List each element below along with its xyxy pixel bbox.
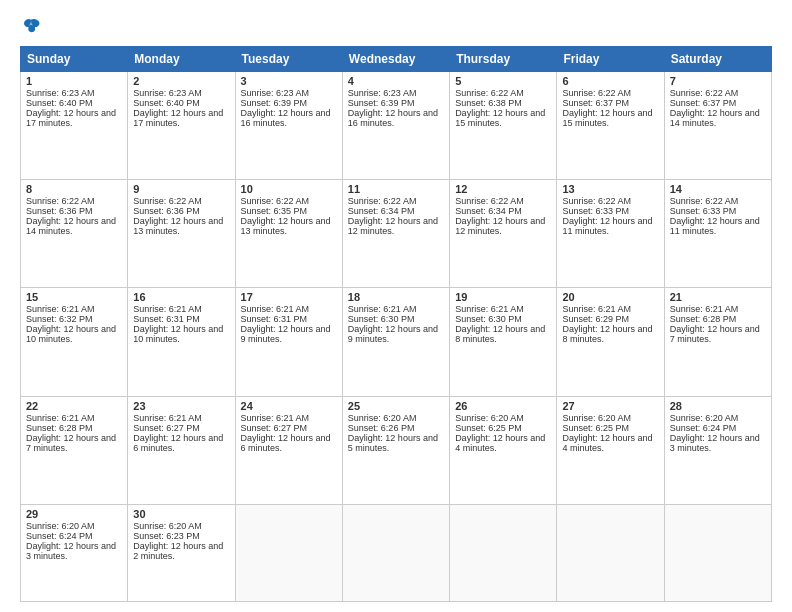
sunrise-time: Sunrise: 6:23 AM: [26, 88, 95, 98]
calendar-cell: 13Sunrise: 6:22 AMSunset: 6:33 PMDayligh…: [557, 180, 664, 288]
calendar-cell: [235, 504, 342, 601]
day-number: 14: [670, 183, 766, 195]
calendar-cell: 9Sunrise: 6:22 AMSunset: 6:36 PMDaylight…: [128, 180, 235, 288]
calendar-cell: 20Sunrise: 6:21 AMSunset: 6:29 PMDayligh…: [557, 288, 664, 396]
daylight-hours: Daylight: 12 hours and 16 minutes.: [348, 108, 438, 128]
sunrise-time: Sunrise: 6:20 AM: [133, 521, 202, 531]
calendar-cell: 3Sunrise: 6:23 AMSunset: 6:39 PMDaylight…: [235, 72, 342, 180]
calendar-cell: 23Sunrise: 6:21 AMSunset: 6:27 PMDayligh…: [128, 396, 235, 504]
day-number: 12: [455, 183, 551, 195]
day-number: 23: [133, 400, 229, 412]
daylight-hours: Daylight: 12 hours and 3 minutes.: [26, 541, 116, 561]
sunset-time: Sunset: 6:39 PM: [348, 98, 415, 108]
day-number: 8: [26, 183, 122, 195]
calendar-cell: 2Sunrise: 6:23 AMSunset: 6:40 PMDaylight…: [128, 72, 235, 180]
calendar-cell: 1Sunrise: 6:23 AMSunset: 6:40 PMDaylight…: [21, 72, 128, 180]
daylight-hours: Daylight: 12 hours and 14 minutes.: [26, 216, 116, 236]
sunset-time: Sunset: 6:35 PM: [241, 206, 308, 216]
calendar-week-4: 22Sunrise: 6:21 AMSunset: 6:28 PMDayligh…: [21, 396, 772, 504]
calendar-cell: 7Sunrise: 6:22 AMSunset: 6:37 PMDaylight…: [664, 72, 771, 180]
calendar-cell: 11Sunrise: 6:22 AMSunset: 6:34 PMDayligh…: [342, 180, 449, 288]
daylight-hours: Daylight: 12 hours and 17 minutes.: [26, 108, 116, 128]
header: [20, 16, 772, 38]
daylight-hours: Daylight: 12 hours and 15 minutes.: [455, 108, 545, 128]
calendar-header-friday: Friday: [557, 47, 664, 72]
sunset-time: Sunset: 6:26 PM: [348, 423, 415, 433]
calendar-cell: 17Sunrise: 6:21 AMSunset: 6:31 PMDayligh…: [235, 288, 342, 396]
day-number: 28: [670, 400, 766, 412]
day-number: 16: [133, 291, 229, 303]
day-number: 15: [26, 291, 122, 303]
day-number: 1: [26, 75, 122, 87]
sunset-time: Sunset: 6:33 PM: [670, 206, 737, 216]
calendar-cell: 12Sunrise: 6:22 AMSunset: 6:34 PMDayligh…: [450, 180, 557, 288]
sunrise-time: Sunrise: 6:22 AM: [26, 196, 95, 206]
calendar-body: 1Sunrise: 6:23 AMSunset: 6:40 PMDaylight…: [21, 72, 772, 602]
day-number: 27: [562, 400, 658, 412]
daylight-hours: Daylight: 12 hours and 13 minutes.: [133, 216, 223, 236]
sunset-time: Sunset: 6:36 PM: [26, 206, 93, 216]
sunset-time: Sunset: 6:31 PM: [133, 314, 200, 324]
calendar-cell: 16Sunrise: 6:21 AMSunset: 6:31 PMDayligh…: [128, 288, 235, 396]
sunrise-time: Sunrise: 6:23 AM: [133, 88, 202, 98]
sunset-time: Sunset: 6:33 PM: [562, 206, 629, 216]
daylight-hours: Daylight: 12 hours and 9 minutes.: [241, 324, 331, 344]
calendar-week-3: 15Sunrise: 6:21 AMSunset: 6:32 PMDayligh…: [21, 288, 772, 396]
calendar-week-1: 1Sunrise: 6:23 AMSunset: 6:40 PMDaylight…: [21, 72, 772, 180]
daylight-hours: Daylight: 12 hours and 11 minutes.: [670, 216, 760, 236]
daylight-hours: Daylight: 12 hours and 11 minutes.: [562, 216, 652, 236]
logo: [20, 16, 46, 38]
calendar-cell: [342, 504, 449, 601]
daylight-hours: Daylight: 12 hours and 12 minutes.: [348, 216, 438, 236]
sunset-time: Sunset: 6:27 PM: [241, 423, 308, 433]
sunset-time: Sunset: 6:40 PM: [26, 98, 93, 108]
sunrise-time: Sunrise: 6:22 AM: [455, 88, 524, 98]
daylight-hours: Daylight: 12 hours and 15 minutes.: [562, 108, 652, 128]
calendar-header-thursday: Thursday: [450, 47, 557, 72]
calendar-cell: 10Sunrise: 6:22 AMSunset: 6:35 PMDayligh…: [235, 180, 342, 288]
sunrise-time: Sunrise: 6:22 AM: [670, 196, 739, 206]
calendar-cell: 21Sunrise: 6:21 AMSunset: 6:28 PMDayligh…: [664, 288, 771, 396]
sunset-time: Sunset: 6:30 PM: [455, 314, 522, 324]
day-number: 3: [241, 75, 337, 87]
sunrise-time: Sunrise: 6:20 AM: [455, 413, 524, 423]
daylight-hours: Daylight: 12 hours and 5 minutes.: [348, 433, 438, 453]
sunset-time: Sunset: 6:24 PM: [26, 531, 93, 541]
day-number: 7: [670, 75, 766, 87]
calendar-cell: 27Sunrise: 6:20 AMSunset: 6:25 PMDayligh…: [557, 396, 664, 504]
daylight-hours: Daylight: 12 hours and 10 minutes.: [133, 324, 223, 344]
calendar-cell: 5Sunrise: 6:22 AMSunset: 6:38 PMDaylight…: [450, 72, 557, 180]
calendar-cell: 19Sunrise: 6:21 AMSunset: 6:30 PMDayligh…: [450, 288, 557, 396]
sunset-time: Sunset: 6:39 PM: [241, 98, 308, 108]
sunrise-time: Sunrise: 6:20 AM: [26, 521, 95, 531]
sunset-time: Sunset: 6:28 PM: [26, 423, 93, 433]
sunrise-time: Sunrise: 6:21 AM: [455, 304, 524, 314]
day-number: 11: [348, 183, 444, 195]
sunset-time: Sunset: 6:40 PM: [133, 98, 200, 108]
sunset-time: Sunset: 6:32 PM: [26, 314, 93, 324]
sunrise-time: Sunrise: 6:21 AM: [562, 304, 631, 314]
daylight-hours: Daylight: 12 hours and 16 minutes.: [241, 108, 331, 128]
sunrise-time: Sunrise: 6:21 AM: [26, 413, 95, 423]
calendar-cell: [450, 504, 557, 601]
sunrise-time: Sunrise: 6:21 AM: [26, 304, 95, 314]
calendar-header-tuesday: Tuesday: [235, 47, 342, 72]
calendar-header-saturday: Saturday: [664, 47, 771, 72]
daylight-hours: Daylight: 12 hours and 4 minutes.: [455, 433, 545, 453]
sunrise-time: Sunrise: 6:21 AM: [348, 304, 417, 314]
daylight-hours: Daylight: 12 hours and 7 minutes.: [26, 433, 116, 453]
sunrise-time: Sunrise: 6:21 AM: [133, 304, 202, 314]
sunrise-time: Sunrise: 6:21 AM: [241, 413, 310, 423]
daylight-hours: Daylight: 12 hours and 13 minutes.: [241, 216, 331, 236]
sunset-time: Sunset: 6:25 PM: [455, 423, 522, 433]
sunrise-time: Sunrise: 6:22 AM: [670, 88, 739, 98]
sunrise-time: Sunrise: 6:23 AM: [348, 88, 417, 98]
sunrise-time: Sunrise: 6:22 AM: [562, 88, 631, 98]
day-number: 19: [455, 291, 551, 303]
day-number: 13: [562, 183, 658, 195]
day-number: 30: [133, 508, 229, 520]
day-number: 17: [241, 291, 337, 303]
calendar-cell: 26Sunrise: 6:20 AMSunset: 6:25 PMDayligh…: [450, 396, 557, 504]
sunset-time: Sunset: 6:27 PM: [133, 423, 200, 433]
page: SundayMondayTuesdayWednesdayThursdayFrid…: [0, 0, 792, 612]
